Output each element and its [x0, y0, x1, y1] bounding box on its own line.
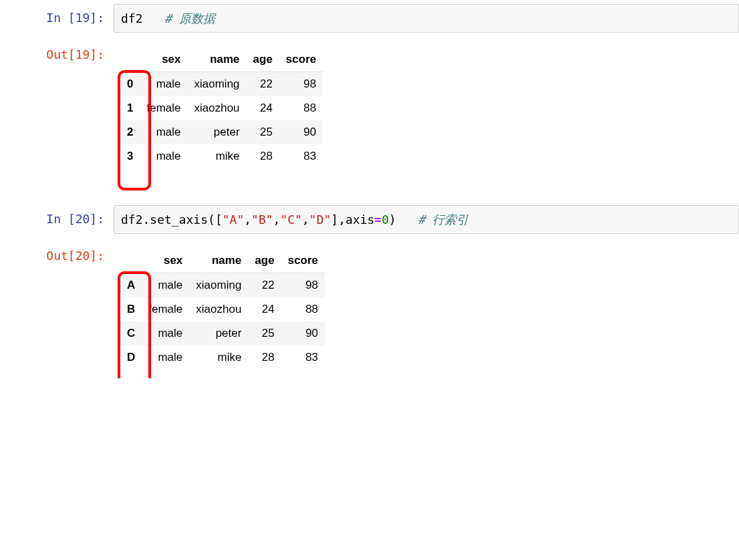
cell-value: xiaozhou: [188, 96, 247, 120]
cell-value: female: [142, 297, 189, 321]
code-comment: # 行索引: [418, 213, 468, 227]
cell-value: female: [140, 96, 187, 120]
input-prompt: In [20]:: [0, 205, 114, 227]
cell-value: xiaoming: [189, 273, 248, 298]
cell-value: male: [142, 345, 189, 370]
code-string: "C": [280, 213, 302, 227]
cell-value: 28: [248, 345, 281, 370]
cell-value: 98: [281, 273, 325, 298]
cell-input: In [20]: df2.set_axis(["A","B","C","D"],…: [0, 201, 739, 238]
cell-value: 88: [281, 297, 325, 321]
col-header: sex: [140, 47, 187, 72]
col-header: score: [281, 249, 325, 273]
index-header: [120, 47, 140, 72]
code-token: ): [389, 213, 396, 227]
cell-value: 28: [247, 144, 279, 168]
row-index: B: [120, 297, 142, 321]
cell-value: 22: [248, 273, 281, 298]
dataframe-wrapper: sex name age score A male xiaoming 22 98: [120, 249, 325, 370]
cell-value: male: [140, 72, 187, 97]
code-token: ],axis: [331, 213, 374, 227]
cell-value: 83: [281, 345, 325, 370]
cell-value: mike: [189, 345, 248, 370]
code-sep: ,: [244, 213, 251, 227]
cell-value: 83: [279, 144, 323, 168]
output-prompt: Out[20]:: [0, 242, 114, 264]
cell-value: male: [140, 144, 187, 168]
code-operator: =: [374, 213, 382, 227]
cell-value: 90: [281, 321, 325, 345]
row-index: A: [120, 273, 142, 298]
code-sep: ,: [273, 213, 281, 227]
cell-output: Out[19]: sex name age score: [0, 37, 739, 177]
output-prompt: Out[19]:: [0, 41, 114, 63]
row-index: 3: [120, 144, 140, 168]
row-index: 0: [120, 72, 140, 97]
input-prompt: In [19]:: [0, 4, 114, 26]
dataframe-table: sex name age score 0 male xiaoming 22 98: [120, 47, 323, 168]
cell-value: 22: [247, 72, 279, 97]
cell-value: xiaozhou: [189, 297, 248, 321]
cell-value: male: [140, 120, 187, 144]
code-sep: ,: [302, 213, 309, 227]
cell-output: Out[20]: sex name age score: [0, 238, 739, 378]
cell-value: 25: [248, 321, 281, 345]
row-index: D: [120, 345, 142, 370]
cell-value: 24: [247, 96, 279, 120]
row-index: C: [120, 321, 142, 345]
output-area: sex name age score A male xiaoming 22 98: [114, 242, 739, 374]
dataframe-wrapper: sex name age score 0 male xiaoming 22 98: [120, 47, 323, 168]
cell-value: 98: [279, 72, 323, 97]
cell-value: xiaoming: [188, 72, 247, 97]
dataframe-table: sex name age score A male xiaoming 22 98: [120, 249, 325, 370]
code-token: df2.set_axis([: [121, 213, 223, 227]
code-comment: # 原数据: [164, 11, 215, 25]
col-header: name: [188, 47, 247, 72]
code-expr: df2: [121, 11, 143, 25]
code-string: "B": [251, 213, 273, 227]
cell-value: 24: [248, 297, 281, 321]
cell-input: In [19]: df2 # 原数据: [0, 0, 739, 37]
col-header: age: [248, 249, 281, 273]
cell-value: male: [142, 273, 189, 298]
col-header: name: [189, 249, 248, 273]
code-input[interactable]: df2.set_axis(["A","B","C","D"],axis=0) #…: [114, 205, 739, 234]
cell-value: peter: [188, 120, 247, 144]
col-header: score: [279, 47, 323, 72]
cell-value: peter: [189, 321, 248, 345]
col-header: age: [247, 47, 279, 72]
code-string: "D": [309, 213, 331, 227]
index-header: [120, 249, 142, 273]
cell-value: mike: [188, 144, 247, 168]
notebook: In [19]: df2 # 原数据 Out[19]: sex name age…: [0, 0, 739, 378]
code-number: 0: [382, 213, 389, 227]
cell-value: male: [142, 321, 189, 345]
cell-value: 25: [247, 120, 279, 144]
row-index: 1: [120, 96, 140, 120]
output-area: sex name age score 0 male xiaoming 22 98: [114, 41, 739, 173]
cell-value: 88: [279, 96, 323, 120]
col-header: sex: [142, 249, 189, 273]
code-string: "A": [223, 213, 245, 227]
cell-spacer: [0, 177, 739, 201]
code-input[interactable]: df2 # 原数据: [114, 4, 739, 33]
row-index: 2: [120, 120, 140, 144]
cell-value: 90: [279, 120, 323, 144]
